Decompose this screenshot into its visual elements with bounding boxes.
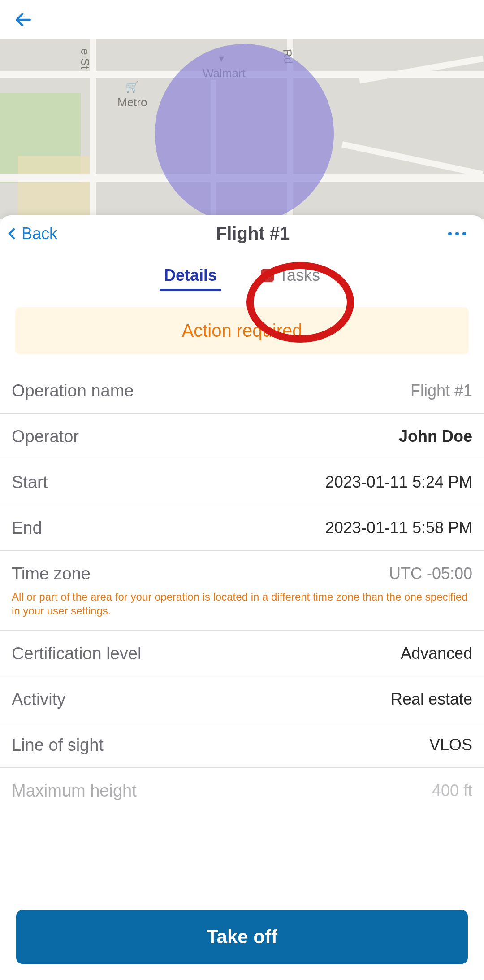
action-required-banner[interactable]: Action required — [15, 307, 469, 354]
row-value: Flight #1 — [411, 381, 472, 400]
row-value: Advanced — [401, 644, 472, 663]
row-label: Start — [12, 473, 48, 492]
row-label: Activity — [12, 690, 65, 709]
row-operation-name: Operation name Flight #1 — [0, 368, 484, 414]
back-arrow-icon[interactable] — [13, 10, 33, 30]
row-operator: Operator John Doe — [0, 414, 484, 459]
chevron-left-icon — [5, 225, 19, 243]
back-label: Back — [22, 224, 57, 243]
row-start: Start 2023-01-11 5:24 PM — [0, 459, 484, 505]
time-zone-warning: All or part of the area for your operati… — [12, 590, 472, 618]
row-value: 2023-01-11 5:24 PM — [325, 473, 472, 492]
row-line-of-sight: Line of sight VLOS — [0, 722, 484, 768]
row-label: Time zone — [12, 564, 91, 584]
row-label: Operator — [12, 427, 79, 446]
details-list: Operation name Flight #1 Operator John D… — [0, 368, 484, 801]
row-value: 2023-01-11 5:58 PM — [325, 518, 472, 537]
tab-bar: Details 2 Tasks — [0, 261, 484, 289]
map-preview[interactable]: Walmart ▾ Metro 🛒 e St Rd — [0, 39, 484, 219]
sheet-header: Back Flight #1 — [0, 215, 484, 244]
row-time-zone: Time zone UTC -05:00 All or part of the … — [0, 551, 484, 631]
row-value: 400 ft — [432, 781, 472, 800]
more-options-button[interactable] — [448, 232, 471, 235]
row-maximum-height: Maximum height 400 ft — [0, 768, 484, 801]
back-button[interactable]: Back — [5, 224, 57, 243]
row-label: Operation name — [12, 381, 134, 401]
tab-details[interactable]: Details — [162, 261, 219, 289]
page-title: Flight #1 — [216, 223, 290, 244]
row-value: John Doe — [399, 427, 472, 446]
app-top-bar — [0, 0, 484, 39]
row-label: Line of sight — [12, 736, 104, 755]
row-value: UTC -05:00 — [389, 564, 472, 584]
row-label: End — [12, 518, 42, 538]
row-value: Real estate — [391, 690, 472, 709]
tasks-count-badge: 2 — [261, 269, 274, 282]
tab-label: Details — [164, 266, 217, 285]
more-horizontal-icon — [448, 232, 452, 235]
row-label: Certification level — [12, 644, 141, 663]
row-value: VLOS — [429, 736, 472, 754]
tab-tasks[interactable]: 2 Tasks — [259, 261, 322, 289]
take-off-button[interactable]: Take off — [16, 910, 468, 964]
row-activity: Activity Real estate — [0, 676, 484, 722]
details-sheet: Back Flight #1 Details 2 Tasks Action re… — [0, 215, 484, 980]
footer: Take off — [0, 897, 484, 980]
tab-label: Tasks — [279, 266, 320, 285]
row-label: Maximum height — [12, 781, 137, 801]
row-certification-level: Certification level Advanced — [0, 631, 484, 676]
row-end: End 2023-01-11 5:58 PM — [0, 505, 484, 551]
